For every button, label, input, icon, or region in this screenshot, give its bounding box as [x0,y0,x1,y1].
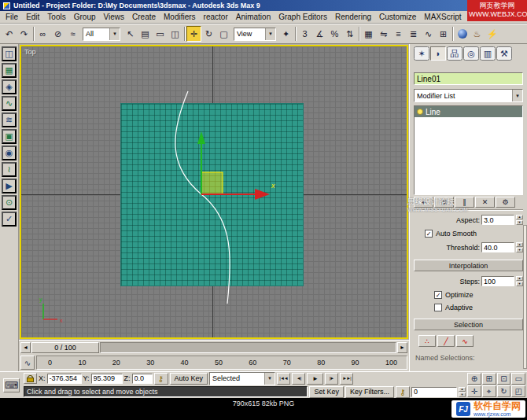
zoom-extents-icon[interactable]: ⊡ [497,373,511,385]
unlink-selection-icon[interactable]: ⊘ [50,26,65,42]
chevron-down-icon[interactable]: ▼ [512,90,522,101]
zoom-icon[interactable]: ⊕ [467,373,481,385]
menu-animation[interactable]: Animation [232,12,275,22]
utilities-tab-icon[interactable]: ⚒ [496,46,512,61]
spline-subobject-icon[interactable]: ∿ [456,335,474,347]
time-slider-thumb[interactable]: 0 / 100 [31,342,99,353]
menu-group[interactable]: Group [70,12,100,22]
curve-editor-icon[interactable]: ∿ [421,26,436,42]
select-and-scale-icon[interactable]: ▢ [216,26,231,42]
threshold-spinner[interactable]: ▲ ▼ [516,242,523,252]
deforming-mesh-collection-icon[interactable]: ≋ [2,112,17,127]
menu-reactor[interactable]: reactor [200,12,232,22]
interpolation-rollout-header[interactable]: Interpolation [414,260,523,271]
move-gizmo-y-arrowhead[interactable] [197,131,205,144]
create-animation-icon[interactable]: ⊙ [2,195,17,210]
aspect-spinner[interactable]: ▲ ▼ [516,215,523,225]
selection-filter-dropdown[interactable]: All ▼ [83,28,120,41]
soft-body-modifier-icon[interactable]: ◉ [2,146,17,160]
move-gizmo-xy-plane-handle[interactable] [201,172,223,194]
spinner-up-icon[interactable]: ▲ [516,276,523,281]
adaptive-checkbox[interactable] [434,304,442,311]
chevron-down-icon[interactable]: ▼ [265,28,275,40]
go-to-start-icon[interactable]: |◄◄ [277,373,290,385]
display-tab-icon[interactable]: ▥ [480,46,496,61]
remove-modifier-icon[interactable]: ✕ [475,197,495,208]
quick-render-icon[interactable]: ⚡ [485,26,499,42]
redo-icon[interactable]: ↷ [17,26,31,42]
menu-create[interactable]: Create [128,12,160,22]
selection-set-dropdown[interactable]: Selected ▼ [209,372,275,385]
menu-maxscript[interactable]: MAXScript [420,12,465,22]
configure-modifier-sets-icon[interactable]: ⚙ [496,197,515,208]
maximize-viewport-toggle-icon[interactable]: ◰ [511,385,525,397]
create-tab-icon[interactable]: ✶ [414,46,429,61]
y-coordinate-field[interactable] [91,374,123,384]
vertex-subobject-icon[interactable]: ∴ [418,335,436,347]
steps-field[interactable] [481,276,514,286]
lock-selection-icon[interactable] [24,373,37,384]
undo-icon[interactable]: ↶ [2,26,17,42]
modifier-stack[interactable]: Line [414,105,523,195]
frame-spinner[interactable]: ▲ ▼ [459,387,466,397]
motion-tab-icon[interactable]: ◎ [463,46,479,61]
cloth-modifier-icon[interactable]: ▣ [2,129,17,144]
modifier-list-dropdown[interactable]: Modifier List ▼ [414,89,523,102]
spinner-up-icon[interactable]: ▲ [459,387,466,392]
soft-body-collection-icon[interactable]: ◈ [2,79,17,94]
aspect-field[interactable] [481,215,514,225]
top-viewport[interactable]: x y x Top [20,45,408,339]
named-selection-sets-icon[interactable]: ▦ [361,26,376,42]
track-bar-ruler[interactable]: 0 10 20 30 40 50 60 70 80 90 100 [36,356,407,370]
spinner-up-icon[interactable]: ▲ [516,242,523,247]
move-gizmo-x-arrowhead[interactable] [255,189,270,200]
hierarchy-tab-icon[interactable]: 品 [447,46,463,61]
percent-snap-icon[interactable]: % [327,26,342,42]
material-editor-icon[interactable]: ● [455,26,470,42]
key-mode-toggle-icon[interactable]: ⚷ [396,386,410,398]
menu-tools[interactable]: Tools [43,12,69,22]
stack-visibility-bulb-icon[interactable] [417,109,423,115]
time-slider-track[interactable] [100,342,396,353]
rectangular-selection-region-icon[interactable]: ▭ [153,26,168,42]
auto-key-button[interactable]: Auto Key [170,373,208,385]
menu-rendering[interactable]: Rendering [331,12,375,22]
rigid-body-collection-icon[interactable]: ◫ [2,46,17,61]
align-icon[interactable]: ≡ [391,26,406,42]
time-slider-right-arrow-icon[interactable]: ► [397,342,407,353]
rope-modifier-icon[interactable]: ≀ [2,162,17,177]
layer-manager-icon[interactable]: ≣ [406,26,421,42]
select-by-name-icon[interactable]: ▤ [138,26,153,42]
move-gizmo[interactable]: x [197,131,275,200]
play-icon[interactable]: ► [307,373,323,385]
spline-line01[interactable] [175,91,230,304]
viewport-label[interactable]: Top [24,48,36,56]
spinner-down-icon[interactable]: ▼ [459,392,466,397]
bind-to-space-warp-icon[interactable]: ≈ [65,26,80,42]
select-and-rotate-icon[interactable]: ↻ [201,26,216,42]
region-zoom-icon[interactable]: ▭ [511,373,525,385]
schematic-view-icon[interactable]: ⊞ [436,26,451,42]
select-and-manipulate-icon[interactable]: ✦ [278,26,293,42]
select-and-move-icon[interactable]: ✛ [186,26,201,42]
keyboard-shortcut-override-icon[interactable]: ⌨ [3,378,20,392]
menu-views[interactable]: Views [100,12,129,22]
pan-icon[interactable]: ✛ [467,385,481,397]
stack-item-line[interactable]: Line [415,106,522,117]
spinner-down-icon[interactable]: ▼ [516,220,523,225]
object-name-field[interactable] [414,72,523,85]
cloth-collection-icon[interactable]: ▦ [2,63,17,78]
time-slider-left-arrow-icon[interactable]: ◄ [20,342,31,353]
current-frame-field[interactable] [411,387,457,397]
z-coordinate-field[interactable] [132,374,153,384]
spinner-down-icon[interactable]: ▼ [516,248,523,252]
zoom-all-icon[interactable]: ⊞ [482,373,496,385]
chevron-down-icon[interactable]: ▼ [264,373,275,385]
x-coordinate-field[interactable] [47,374,82,384]
previous-frame-icon[interactable]: ◄| [292,373,305,385]
go-to-end-icon[interactable]: ►►| [340,373,353,385]
segment-subobject-icon[interactable]: ╱ [437,335,455,347]
key-filters-button[interactable]: Key Filters... [345,386,394,398]
menu-edit[interactable]: Edit [22,12,43,22]
auto-smooth-checkbox[interactable]: ✓ [425,230,433,238]
